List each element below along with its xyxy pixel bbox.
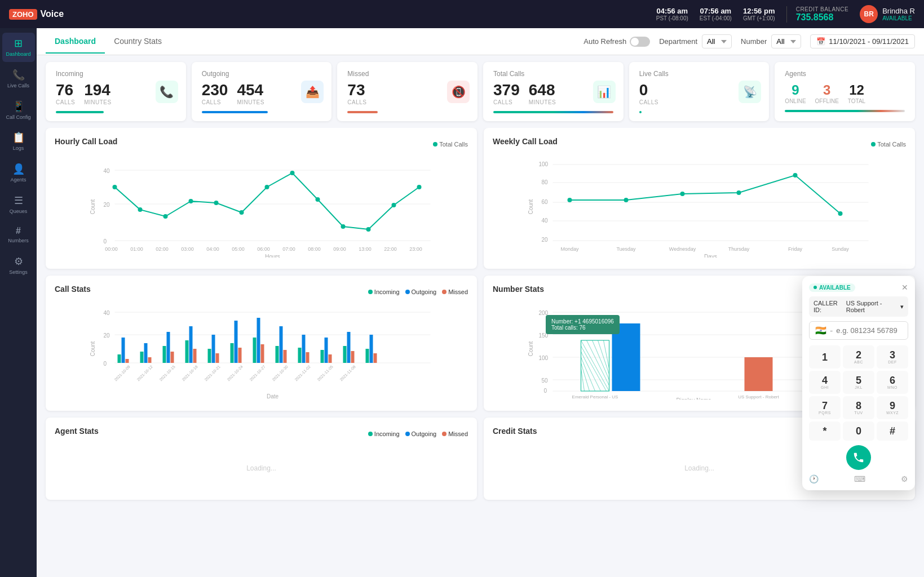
stat-card-incoming: Incoming 76 CALLS 194 MINUTES 📞	[46, 62, 186, 121]
topbar-right: 04:56 am PST (-08:00) 07:56 am EST (-04:…	[656, 5, 915, 23]
dial-button-8[interactable]: 8TUV	[843, 396, 874, 419]
toggle-knob	[631, 38, 639, 46]
agents-bar	[785, 110, 905, 112]
dial-button-6[interactable]: 6MNO	[877, 371, 908, 394]
number-select[interactable]: All	[771, 34, 801, 48]
svg-text:2021-10-18: 2021-10-18	[182, 365, 198, 381]
svg-text:0: 0	[104, 238, 107, 245]
stat-title-outgoing: Outgoing	[202, 70, 322, 78]
svg-text:2021-10-24: 2021-10-24	[227, 365, 244, 381]
legend-outgoing: Outgoing	[405, 288, 437, 295]
svg-rect-73	[185, 340, 189, 363]
dial-button-0[interactable]: 0	[843, 421, 874, 441]
dial-button-7[interactable]: 7PQRS	[809, 396, 841, 419]
svg-rect-79	[231, 343, 234, 363]
sidebar-item-logs[interactable]: 📋 Logs	[2, 127, 35, 156]
sidebar-item-queues[interactable]: ☰ Queues	[2, 190, 35, 219]
svg-text:Count: Count	[90, 199, 96, 214]
dial-button-hash[interactable]: #	[877, 421, 908, 441]
tabs-left: Dashboard Country Stats	[46, 30, 171, 54]
svg-text:Date: Date	[267, 393, 279, 400]
stat-title-incoming: Incoming	[56, 70, 176, 78]
dial-button-4[interactable]: 4GHI	[809, 371, 841, 394]
auto-refresh-toggle[interactable]	[630, 37, 650, 47]
svg-rect-89	[302, 335, 306, 363]
svg-text:Count: Count	[90, 341, 96, 356]
svg-text:04:00: 04:00	[206, 246, 219, 252]
app-name: Voice	[41, 9, 64, 19]
sidebar-label-agents: Agents	[10, 177, 26, 183]
agent-legend-outgoing: Outgoing	[405, 430, 437, 437]
sidebar-label-logs: Logs	[13, 145, 24, 152]
flag-separator: -	[830, 326, 833, 336]
hourly-legend-total: Total Calls	[433, 141, 468, 148]
history-icon[interactable]: 🕐	[809, 474, 819, 483]
dial-button-5[interactable]: 5JKL	[843, 371, 874, 394]
caller-id-chevron[interactable]: ▾	[900, 303, 904, 310]
svg-text:100: 100	[539, 161, 549, 167]
dial-button-3[interactable]: 3DEF	[877, 345, 908, 369]
dialpad-icon[interactable]: ⌨	[854, 474, 865, 483]
live-calls: 0 CALLS	[639, 82, 658, 105]
dial-button-star[interactable]: *	[809, 421, 841, 441]
tab-country-stats[interactable]: Country Stats	[105, 30, 171, 54]
missed-calls-label: CALLS	[347, 99, 366, 105]
time-pst-zone: PST (-08:00)	[656, 15, 688, 21]
phone-input[interactable]	[836, 326, 902, 335]
stat-card-total: Total Calls 379 CALLS 648 MINUTES 📊	[483, 62, 624, 121]
svg-text:Count: Count	[528, 199, 534, 214]
user-section[interactable]: BR Brindha R AVAILABLE	[860, 5, 915, 23]
topbar: ZOHO Voice 04:56 am PST (-08:00) 07:56 a…	[0, 0, 924, 28]
svg-rect-87	[284, 350, 287, 363]
agents-icon: 👤	[12, 163, 25, 175]
sidebar-item-numbers[interactable]: # Numbers	[2, 221, 35, 248]
missed-icon: 📵	[447, 81, 470, 103]
svg-point-47	[737, 190, 741, 195]
auto-refresh-label: Auto Refresh	[583, 37, 626, 46]
svg-text:2021-10-12: 2021-10-12	[136, 365, 153, 381]
svg-text:09:00: 09:00	[333, 246, 346, 252]
sidebar-item-agents[interactable]: 👤 Agents	[2, 158, 35, 188]
sidebar-item-live-calls[interactable]: 📞 Live Calls	[2, 64, 35, 94]
agents-total: 12 TOTAL	[848, 82, 865, 104]
dial-call-button[interactable]	[846, 445, 871, 470]
svg-rect-70	[163, 346, 166, 363]
dial-button-2[interactable]: 2ABC	[843, 345, 874, 369]
department-select[interactable]: All	[702, 34, 732, 48]
charts-area: Hourly Call Load Total Calls 40 20 0	[37, 128, 924, 577]
svg-text:US Support - Robert: US Support - Robert	[738, 394, 779, 400]
phone-input-row[interactable]: 🇮🇳 -	[809, 321, 908, 340]
dial-button-1[interactable]: 1	[809, 345, 841, 369]
svg-point-11	[240, 210, 244, 215]
sidebar-item-settings[interactable]: ⚙ Settings	[2, 251, 35, 280]
sidebar-item-call-config[interactable]: 📱 Call Config	[2, 96, 35, 125]
svg-point-6	[113, 185, 117, 189]
svg-rect-99	[374, 353, 377, 363]
stat-title-missed: Missed	[347, 70, 467, 78]
svg-point-10	[214, 201, 219, 205]
user-info: Brindha R AVAILABLE	[882, 7, 915, 21]
svg-text:2021-11-08: 2021-11-08	[339, 365, 356, 381]
dialpad-close-button[interactable]: ✕	[901, 283, 908, 292]
total-calls-label: CALLS	[493, 99, 520, 105]
svg-rect-94	[343, 346, 347, 363]
missed-bar	[347, 111, 377, 113]
tab-dashboard[interactable]: Dashboard	[46, 30, 105, 54]
svg-text:Emerald Personal - US: Emerald Personal - US	[572, 394, 618, 400]
svg-text:08:00: 08:00	[308, 246, 321, 252]
svg-rect-66	[126, 359, 129, 363]
credit-label: CREDIT BALANCE	[796, 6, 849, 12]
live-calls-value: 0	[639, 82, 658, 98]
stat-title-agents: Agents	[785, 70, 905, 78]
dial-button-9[interactable]: 9WXYZ	[877, 396, 908, 419]
date-filter[interactable]: 📅 11/10/2021 - 09/11/2021	[810, 34, 915, 48]
settings-footer-icon[interactable]: ⚙	[901, 474, 908, 483]
agent-stats-card: Agent Stats Incoming Outgoing Missed Loa…	[46, 418, 477, 500]
main-layout: ⊞ Dashboard 📞 Live Calls 📱 Call Config 📋…	[0, 28, 924, 577]
number-filter: Number All	[741, 34, 801, 48]
hourly-chart-card: Hourly Call Load Total Calls 40 20 0	[46, 128, 477, 269]
svg-point-48	[793, 173, 798, 177]
outgoing-bar	[202, 111, 268, 113]
svg-point-7	[138, 207, 143, 212]
sidebar-item-dashboard[interactable]: ⊞ Dashboard	[2, 33, 35, 62]
